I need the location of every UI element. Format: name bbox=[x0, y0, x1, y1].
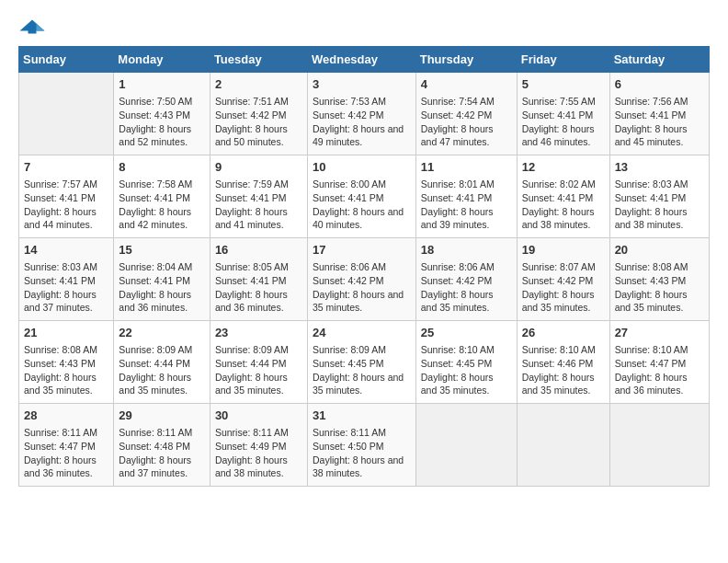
calendar-header: SundayMondayTuesdayWednesdayThursdayFrid… bbox=[19, 47, 710, 73]
sunrise-text: Sunrise: 8:11 AM bbox=[119, 427, 192, 438]
calendar-cell: 15 Sunrise: 8:04 AM Sunset: 4:41 PM Dayl… bbox=[114, 238, 210, 321]
cell-content: Sunrise: 8:05 AM Sunset: 4:41 PM Dayligh… bbox=[215, 260, 302, 315]
cell-content: Sunrise: 7:50 AM Sunset: 4:43 PM Dayligh… bbox=[119, 95, 205, 149]
day-number: 23 bbox=[215, 325, 302, 341]
sunrise-text: Sunrise: 8:09 AM bbox=[119, 344, 192, 355]
daylight-text: Daylight: 8 hours and 38 minutes. bbox=[215, 454, 288, 479]
sunrise-text: Sunrise: 8:10 AM bbox=[615, 344, 688, 355]
sunset-text: Sunset: 4:41 PM bbox=[522, 192, 594, 203]
day-number: 19 bbox=[522, 242, 605, 259]
day-number: 13 bbox=[615, 159, 704, 176]
cell-content: Sunrise: 8:01 AM Sunset: 4:41 PM Dayligh… bbox=[421, 178, 512, 232]
day-number: 21 bbox=[24, 325, 108, 341]
sunrise-text: Sunrise: 8:03 AM bbox=[24, 261, 97, 272]
day-number: 30 bbox=[215, 408, 302, 424]
sunrise-text: Sunrise: 8:09 AM bbox=[215, 344, 289, 355]
day-number: 3 bbox=[313, 76, 411, 93]
daylight-text: Daylight: 8 hours and 47 minutes. bbox=[421, 123, 494, 148]
sunset-text: Sunset: 4:45 PM bbox=[313, 358, 384, 369]
sunrise-text: Sunrise: 7:58 AM bbox=[119, 178, 192, 190]
page-header bbox=[18, 18, 710, 37]
cell-content: Sunrise: 8:06 AM Sunset: 4:42 PM Dayligh… bbox=[421, 260, 512, 315]
cell-content: Sunrise: 8:04 AM Sunset: 4:41 PM Dayligh… bbox=[119, 260, 205, 315]
day-number: 16 bbox=[215, 242, 302, 259]
sunrise-text: Sunrise: 7:56 AM bbox=[615, 96, 688, 107]
cell-content: Sunrise: 8:06 AM Sunset: 4:42 PM Dayligh… bbox=[313, 260, 411, 315]
sunrise-text: Sunrise: 8:11 AM bbox=[215, 427, 289, 438]
daylight-text: Daylight: 8 hours and 35 minutes. bbox=[421, 289, 494, 314]
sunrise-text: Sunrise: 7:55 AM bbox=[522, 96, 596, 107]
day-number: 2 bbox=[215, 76, 302, 93]
sunset-text: Sunset: 4:41 PM bbox=[615, 192, 687, 203]
sunset-text: Sunset: 4:41 PM bbox=[421, 192, 493, 203]
sunrise-text: Sunrise: 8:11 AM bbox=[313, 427, 386, 438]
day-header-tuesday: Tuesday bbox=[210, 47, 307, 73]
calendar-cell: 30 Sunrise: 8:11 AM Sunset: 4:49 PM Dayl… bbox=[210, 404, 307, 487]
calendar-cell: 4 Sunrise: 7:54 AM Sunset: 4:42 PM Dayli… bbox=[415, 73, 517, 155]
sunrise-text: Sunrise: 8:01 AM bbox=[421, 178, 495, 190]
day-number: 11 bbox=[421, 159, 512, 176]
calendar-week-2: 7 Sunrise: 7:57 AM Sunset: 4:41 PM Dayli… bbox=[19, 155, 710, 238]
sunrise-text: Sunrise: 7:59 AM bbox=[215, 178, 289, 190]
cell-content: Sunrise: 8:03 AM Sunset: 4:41 PM Dayligh… bbox=[615, 178, 704, 232]
sunrise-text: Sunrise: 7:54 AM bbox=[421, 96, 495, 107]
sunset-text: Sunset: 4:45 PM bbox=[421, 358, 493, 369]
cell-content: Sunrise: 8:09 AM Sunset: 4:45 PM Dayligh… bbox=[313, 343, 411, 397]
day-header-thursday: Thursday bbox=[415, 47, 517, 73]
calendar-cell: 24 Sunrise: 8:09 AM Sunset: 4:45 PM Dayl… bbox=[307, 321, 415, 404]
sunset-text: Sunset: 4:41 PM bbox=[615, 109, 687, 121]
calendar-cell bbox=[19, 73, 114, 155]
daylight-text: Daylight: 8 hours and 44 minutes. bbox=[24, 206, 97, 231]
sunset-text: Sunset: 4:49 PM bbox=[215, 441, 287, 452]
sunrise-text: Sunrise: 7:51 AM bbox=[215, 96, 289, 107]
sunrise-text: Sunrise: 8:07 AM bbox=[522, 261, 596, 272]
daylight-text: Daylight: 8 hours and 46 minutes. bbox=[522, 123, 595, 148]
daylight-text: Daylight: 8 hours and 35 minutes. bbox=[24, 372, 97, 396]
cell-content: Sunrise: 8:10 AM Sunset: 4:45 PM Dayligh… bbox=[421, 343, 512, 397]
daylight-text: Daylight: 8 hours and 37 minutes. bbox=[119, 454, 191, 479]
daylight-text: Daylight: 8 hours and 36 minutes. bbox=[215, 289, 288, 314]
daylight-text: Daylight: 8 hours and 52 minutes. bbox=[119, 123, 191, 148]
daylight-text: Daylight: 8 hours and 35 minutes. bbox=[522, 289, 595, 314]
cell-content: Sunrise: 8:10 AM Sunset: 4:46 PM Dayligh… bbox=[522, 343, 605, 397]
sunrise-text: Sunrise: 7:57 AM bbox=[24, 178, 97, 190]
daylight-text: Daylight: 8 hours and 35 minutes. bbox=[215, 372, 288, 396]
day-number: 24 bbox=[313, 325, 411, 341]
calendar-cell: 26 Sunrise: 8:10 AM Sunset: 4:46 PM Dayl… bbox=[517, 321, 609, 404]
calendar-cell: 28 Sunrise: 8:11 AM Sunset: 4:47 PM Dayl… bbox=[19, 404, 114, 487]
sunrise-text: Sunrise: 7:53 AM bbox=[313, 96, 386, 107]
svg-marker-0 bbox=[20, 20, 45, 34]
cell-content: Sunrise: 7:53 AM Sunset: 4:42 PM Dayligh… bbox=[313, 95, 411, 149]
sunset-text: Sunset: 4:47 PM bbox=[615, 358, 687, 369]
calendar-cell: 16 Sunrise: 8:05 AM Sunset: 4:41 PM Dayl… bbox=[210, 238, 307, 321]
daylight-text: Daylight: 8 hours and 36 minutes. bbox=[24, 454, 97, 479]
calendar-cell: 1 Sunrise: 7:50 AM Sunset: 4:43 PM Dayli… bbox=[114, 73, 210, 155]
cell-content: Sunrise: 8:11 AM Sunset: 4:50 PM Dayligh… bbox=[313, 426, 411, 480]
sunrise-text: Sunrise: 8:08 AM bbox=[615, 261, 688, 272]
sunset-text: Sunset: 4:43 PM bbox=[615, 275, 687, 286]
sunset-text: Sunset: 4:42 PM bbox=[421, 109, 493, 121]
sunrise-text: Sunrise: 8:05 AM bbox=[215, 261, 289, 272]
cell-content: Sunrise: 7:54 AM Sunset: 4:42 PM Dayligh… bbox=[421, 95, 512, 149]
day-number: 9 bbox=[215, 159, 302, 176]
sunrise-text: Sunrise: 8:06 AM bbox=[421, 261, 495, 272]
sunrise-text: Sunrise: 7:50 AM bbox=[119, 96, 192, 107]
cell-content: Sunrise: 8:10 AM Sunset: 4:47 PM Dayligh… bbox=[615, 343, 704, 397]
calendar-cell: 23 Sunrise: 8:09 AM Sunset: 4:44 PM Dayl… bbox=[210, 321, 307, 404]
calendar-cell: 19 Sunrise: 8:07 AM Sunset: 4:42 PM Dayl… bbox=[517, 238, 609, 321]
cell-content: Sunrise: 8:09 AM Sunset: 4:44 PM Dayligh… bbox=[119, 343, 205, 397]
daylight-text: Daylight: 8 hours and 38 minutes. bbox=[313, 454, 404, 479]
cell-content: Sunrise: 8:02 AM Sunset: 4:41 PM Dayligh… bbox=[522, 178, 605, 232]
cell-content: Sunrise: 8:07 AM Sunset: 4:42 PM Dayligh… bbox=[522, 260, 605, 315]
day-number: 1 bbox=[119, 76, 205, 93]
calendar-week-5: 28 Sunrise: 8:11 AM Sunset: 4:47 PM Dayl… bbox=[19, 404, 710, 487]
calendar-cell: 21 Sunrise: 8:08 AM Sunset: 4:43 PM Dayl… bbox=[19, 321, 114, 404]
calendar-cell: 18 Sunrise: 8:06 AM Sunset: 4:42 PM Dayl… bbox=[415, 238, 517, 321]
calendar-cell: 31 Sunrise: 8:11 AM Sunset: 4:50 PM Dayl… bbox=[307, 404, 415, 487]
calendar-cell: 13 Sunrise: 8:03 AM Sunset: 4:41 PM Dayl… bbox=[609, 155, 709, 238]
calendar-cell: 29 Sunrise: 8:11 AM Sunset: 4:48 PM Dayl… bbox=[114, 404, 210, 487]
sunrise-text: Sunrise: 8:09 AM bbox=[313, 344, 386, 355]
daylight-text: Daylight: 8 hours and 50 minutes. bbox=[215, 123, 288, 148]
calendar-cell: 14 Sunrise: 8:03 AM Sunset: 4:41 PM Dayl… bbox=[19, 238, 114, 321]
sunset-text: Sunset: 4:44 PM bbox=[119, 358, 190, 369]
